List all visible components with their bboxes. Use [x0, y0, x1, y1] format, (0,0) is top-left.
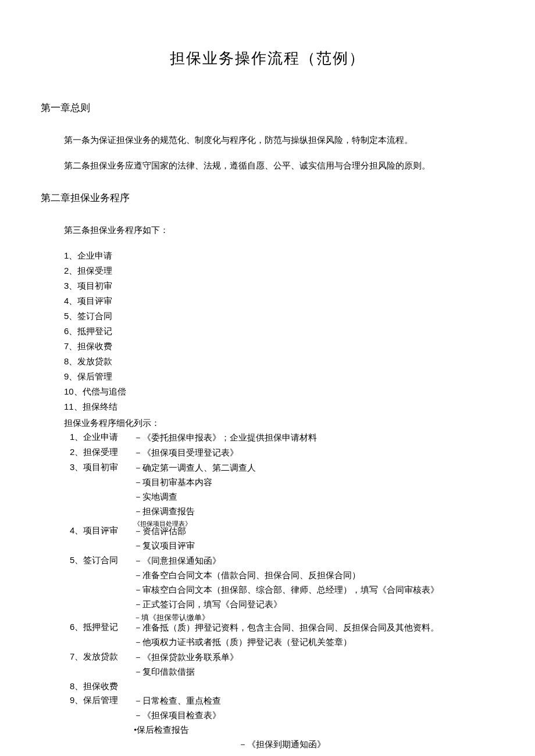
- detail-line: －《担保贷款业务联系单》: [134, 650, 494, 664]
- article-1: 第一条为保证担保业务的规范化、制度化与程序化，防范与操纵担保风险，特制定本流程。: [64, 133, 494, 147]
- step-item: 11、担保终结: [64, 400, 494, 414]
- step-item: 7、担保收费: [64, 339, 494, 353]
- step-item: 2、担保受理: [64, 264, 494, 278]
- detail-line: －复印借款借据: [134, 665, 494, 679]
- step-item: 9、保后管理: [64, 370, 494, 384]
- article-3-intro: 第三条担保业务程序如下：: [64, 223, 494, 237]
- article-2: 第二条担保业务应遵守国家的法律、法规，遵循自愿、公平、诚实信用与合理分担风险的原…: [64, 159, 494, 173]
- detail-label: 9、保后管理: [70, 693, 134, 707]
- step-item: 4、项目评审: [64, 294, 494, 308]
- step-item: 6、抵押登记: [64, 324, 494, 338]
- detail-label: 3、项目初审: [70, 460, 134, 474]
- detail-label: 1、企业申请: [70, 430, 134, 444]
- detail-line: －他项权力证书或者抵（质）押登记表（登记机关签章）: [134, 635, 494, 649]
- detail-label: 8、担保收费: [70, 679, 134, 693]
- chapter-1-heading: 第一章总则: [41, 100, 494, 116]
- detail-label: 7、发放贷款: [70, 650, 134, 664]
- step-item: 3、项目初审: [64, 279, 494, 293]
- steps-list: 1、企业申请 2、担保受理 3、项目初审 4、项目评审 5、签订合同 6、抵押登…: [64, 249, 494, 414]
- detail-label: 4、项目评审: [70, 524, 134, 538]
- detail-line: －准备抵（质）押登记资料，包含主合同、担保合同、反担保合同及其他资料。: [134, 621, 494, 635]
- detail-line: －日常检查、重点检查: [134, 694, 494, 708]
- detail-line: －准备空白合同文本（借款合同、担保合同、反担保合同）: [134, 568, 494, 582]
- detail-row: 3、项目初审 －确定第一调查人、第二调查人 －项目初审基本内容 －实地调查 －担…: [70, 460, 494, 524]
- detail-line: －《委托担保申报表》；企业提供担保申请材料: [134, 431, 494, 445]
- chapter-2-heading: 第二章担保业务程序: [41, 190, 494, 206]
- step-item: 8、发放贷款: [64, 354, 494, 368]
- detail-row: 9、保后管理 －日常检查、重点检查 －《担保项目检查表》 •保后检查报告: [70, 693, 494, 737]
- detail-row: 4、项目评审 －资信评估部 －复议项目评审: [70, 524, 494, 553]
- step-item: 5、签订合同: [64, 309, 494, 323]
- detail-intro: 担保业务程序细化列示：: [64, 416, 494, 430]
- details-block: 1、企业申请 －《委托担保申报表》；企业提供担保申请材料 2、担保受理 －《担保…: [41, 430, 494, 737]
- detail-label: 6、抵押登记: [70, 620, 134, 634]
- detail-line: －实地调查: [134, 490, 494, 504]
- detail-row: 1、企业申请 －《委托担保申报表》；企业提供担保申请材料: [70, 430, 494, 445]
- detail-line: •保后检查报告: [134, 723, 494, 737]
- detail-line: －《担保项目受理登记表》: [134, 446, 494, 460]
- detail-row: 2、担保受理 －《担保项目受理登记表》: [70, 445, 494, 460]
- detail-line: －担保调查报告: [134, 504, 494, 518]
- detail-row: 7、发放贷款 －《担保贷款业务联系单》 －复印借款借据: [70, 650, 494, 679]
- step-item: 10、代偿与追偿: [64, 385, 494, 399]
- detail-line: －《担保项目检查表》: [134, 708, 494, 722]
- detail-label: 2、担保受理: [70, 445, 134, 459]
- detail-row: 5、签订合同 －《同意担保通知函》 －准备空白合同文本（借款合同、担保合同、反担…: [70, 553, 494, 621]
- document-title: 担保业务操作流程（范例）: [41, 46, 494, 71]
- detail-line: －正式签订合同，填写《合同登记表》: [134, 597, 494, 611]
- detail-line: －确定第一调查人、第二调查人: [134, 461, 494, 475]
- detail-label: 5、签订合同: [70, 553, 134, 567]
- detail-row: 8、担保收费: [70, 679, 494, 693]
- detail-line: －复议项目评审: [134, 539, 494, 553]
- detail-row: 6、抵押登记 －准备抵（质）押登记资料，包含主合同、担保合同、反担保合同及其他资…: [70, 620, 494, 650]
- detail-line: －项目初审基本内容: [134, 475, 494, 489]
- step-item: 1、企业申请: [64, 249, 494, 263]
- final-line: －《担保到期通知函》: [238, 737, 494, 751]
- detail-line: －资信评估部: [134, 524, 494, 538]
- detail-line: －《同意担保通知函》: [134, 554, 494, 568]
- detail-line: －审核空白合同文本（担保部、综合部、律师、总经理），填写《合同审核表》: [134, 583, 494, 597]
